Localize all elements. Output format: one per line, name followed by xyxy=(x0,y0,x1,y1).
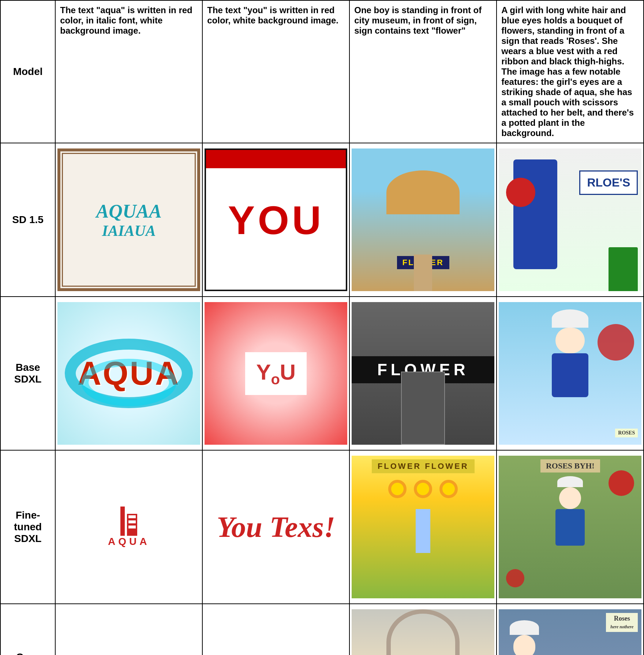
sd15-roses-cell: RLOE'S xyxy=(497,143,644,297)
sd15-aqua-image: AQUAA IAIAUA xyxy=(57,148,200,291)
ft-boy-figure xyxy=(416,509,430,553)
prompt-text-3: One boy is standing in front of city mus… xyxy=(354,5,482,35)
ft-you-text: You Texs! xyxy=(217,511,335,544)
svg-point-1 xyxy=(85,362,173,403)
sdxl-aqua-cell: AQUA xyxy=(55,297,202,450)
arch-decoration xyxy=(386,170,460,214)
ft-anime-hair xyxy=(557,476,583,487)
ft-you-content: You Texs! xyxy=(217,511,335,544)
sd15-roses-bouquet xyxy=(506,178,535,207)
ours-model-label: Ours (Refined CogVLM with synthetic) xyxy=(0,604,55,655)
ours-label: Ours (Refined CogVLM with synthetic) xyxy=(4,651,52,655)
sdxl-roses-sign: ROSES xyxy=(615,429,638,437)
sdxl-roses-image: ROSES xyxy=(499,302,641,445)
sdxl-row: Base SDXL AQUA YoU xyxy=(0,297,644,450)
bar2 xyxy=(127,514,137,536)
ours-roses-image: Roseshere nothere xyxy=(499,609,641,655)
ft-roses-image: ROSES BYH! xyxy=(499,456,641,598)
ours-arch xyxy=(386,609,460,655)
ft-roses-bunch xyxy=(609,470,634,496)
ft-aqua-logo xyxy=(120,507,137,536)
ft-sdxl-row: Fine-tuned SDXL AQUA xyxy=(0,450,644,604)
sunflower3 xyxy=(439,480,458,498)
ft-anime-body xyxy=(555,509,585,546)
ours-anime-hair xyxy=(510,620,539,635)
model-label: Model xyxy=(13,66,43,77)
ft-model-label: Fine-tuned SDXL xyxy=(0,450,55,604)
prompt-text-1: The text "aqua" is written in red color,… xyxy=(60,5,192,35)
ft-flower-sign: FLOWER FLOWER xyxy=(372,459,475,473)
ours-aqua-image: a q v a xyxy=(57,609,200,655)
anime-hair-top xyxy=(552,309,588,328)
ours-anime-girl xyxy=(510,620,539,655)
sdxl-roses-bunch xyxy=(598,324,634,361)
sdxl-building xyxy=(401,372,445,445)
sd15-roses-image: RLOE'S xyxy=(499,148,641,291)
model-column-header: Model xyxy=(0,0,55,143)
sd15-row: SD 1.5 AQUAA IAIAUA YOU FLOWER xyxy=(0,143,644,297)
ours-flower-image: FLOWER xyxy=(352,609,494,655)
ft-you-cell: You Texs! xyxy=(202,450,349,604)
ours-anime-head xyxy=(513,635,535,655)
ours-you-image: YOU xyxy=(205,609,347,655)
comparison-table: Model The text "aqua" is written in red … xyxy=(0,0,644,655)
prompt-text-4: A girl with long white hair and blue eye… xyxy=(501,5,634,138)
sd15-aqua-cell: AQUAA IAIAUA xyxy=(55,143,202,297)
sd15-you-text: YOU xyxy=(228,197,324,243)
sd15-flower-image: FLOWER xyxy=(352,148,494,291)
sdxl-you-text: YoU xyxy=(256,360,296,388)
sdxl-flower-image: FLOWER xyxy=(352,302,494,445)
header-row: Model The text "aqua" is written in red … xyxy=(0,0,644,143)
ft-anime-head xyxy=(559,487,581,509)
ft-roses-cell: ROSES BYH! xyxy=(497,450,644,604)
sunflower2 xyxy=(414,480,432,498)
ft-flower-image: FLOWER FLOWER xyxy=(352,456,494,598)
prompt-cell-4: A girl with long white hair and blue eye… xyxy=(497,0,644,143)
ours-you-cell: YOU xyxy=(202,604,349,655)
ft-ie-bars xyxy=(120,507,137,536)
ft-anime-girl xyxy=(555,476,585,546)
sdxl-aqua-image: AQUA xyxy=(57,302,200,445)
ours-aqua-cell: a q v a xyxy=(55,604,202,655)
sd15-you-cell: YOU xyxy=(202,143,349,297)
ft-label: Fine-tuned SDXL xyxy=(14,509,42,544)
sdxl-you-cell: YoU xyxy=(202,297,349,450)
sdxl-anime-girl xyxy=(541,309,599,434)
ours-roses-cell: Roseshere nothere xyxy=(497,604,644,655)
prompt-cell-1: The text "aqua" is written in red color,… xyxy=(55,0,202,143)
sd15-plant xyxy=(609,247,638,291)
ornate-border xyxy=(62,153,196,287)
ft-roses-bunch2 xyxy=(506,569,524,587)
anime-head xyxy=(555,328,585,353)
aqua-swirl-svg xyxy=(57,302,200,445)
prompt-text-2: The text "you" is written in red color, … xyxy=(207,5,338,25)
sd15-you-bg xyxy=(206,150,346,168)
bar1 xyxy=(120,507,125,536)
ft-roses-banner: ROSES BYH! xyxy=(540,459,600,473)
sd15-label: SD 1.5 xyxy=(12,214,44,225)
sd15-flower-arch: FLOWER xyxy=(352,148,494,291)
sd15-boy-figure xyxy=(414,255,432,291)
ours-flower-cell: FLOWER xyxy=(349,604,497,655)
sunflower1 xyxy=(388,480,407,498)
sdxl-model-label: Base SDXL xyxy=(0,297,55,450)
ft-you-image: You Texs! xyxy=(205,456,347,598)
ft-aqua-sub-text: AQUA xyxy=(108,536,150,547)
sdxl-roses-cell: ROSES xyxy=(497,297,644,450)
prompt-cell-3: One boy is standing in front of city mus… xyxy=(349,0,497,143)
ft-sunflowers xyxy=(388,480,458,498)
ft-aqua-cell: AQUA xyxy=(55,450,202,604)
sdxl-label: Base SDXL xyxy=(14,362,42,385)
sd15-girl-figure xyxy=(513,159,557,269)
sdxl-flower-cell: FLOWER xyxy=(349,297,497,450)
prompt-cell-2: The text "you" is written in red color, … xyxy=(202,0,349,143)
sd15-model-label: SD 1.5 xyxy=(0,143,55,297)
sdxl-you-image: YoU xyxy=(205,302,347,445)
sd15-you-image: YOU xyxy=(205,148,347,291)
ours-row: Ours (Refined CogVLM with synthetic) a q… xyxy=(0,604,644,655)
sd15-roses-sign: RLOE'S xyxy=(579,170,638,195)
anime-body xyxy=(552,353,588,397)
ft-aqua-image: AQUA xyxy=(57,456,200,598)
ft-flower-cell: FLOWER FLOWER xyxy=(349,450,497,604)
sdxl-you-box: YoU xyxy=(245,352,307,395)
